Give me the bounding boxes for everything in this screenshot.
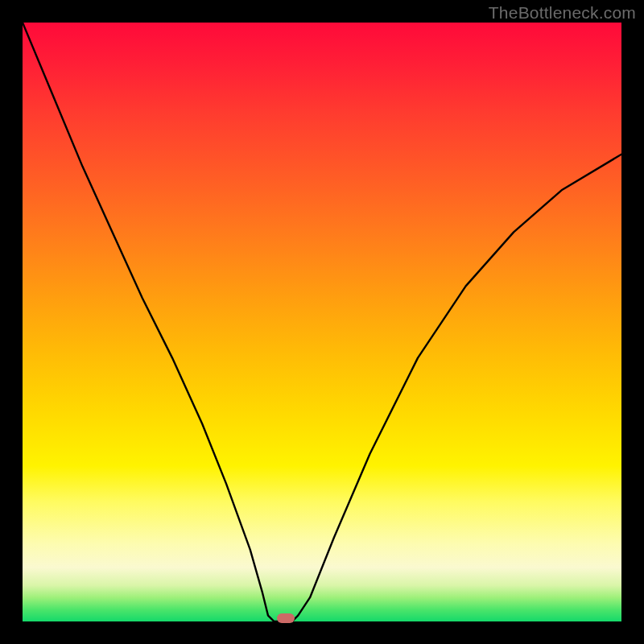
watermark-text: TheBottleneck.com xyxy=(489,3,636,23)
curve-path xyxy=(23,23,621,621)
plot-area xyxy=(23,23,621,621)
chart-frame: TheBottleneck.com xyxy=(0,0,644,644)
bottleneck-curve xyxy=(23,23,621,621)
optimal-point-marker xyxy=(277,613,295,623)
